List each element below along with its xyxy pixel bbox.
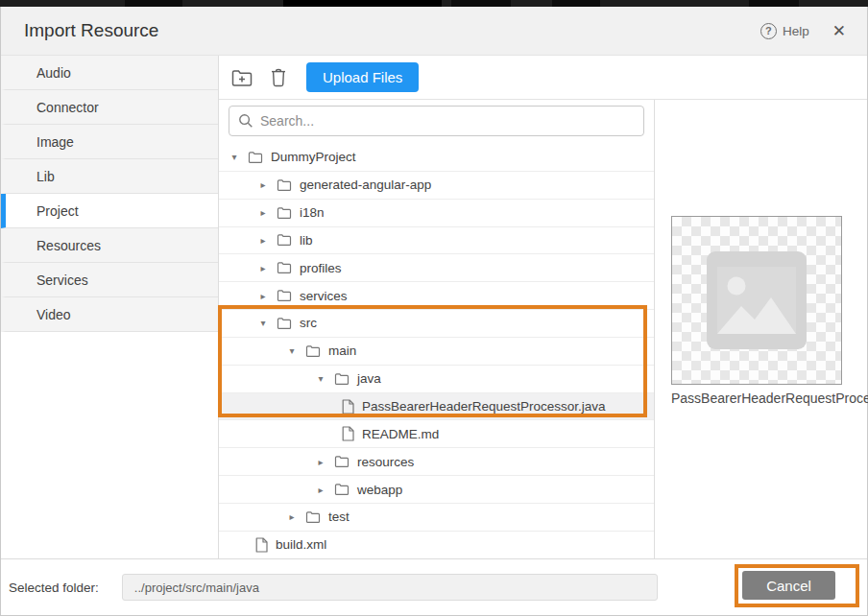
tree-node-label: DummyProject (271, 150, 356, 164)
caret-icon[interactable]: ▸ (313, 485, 328, 495)
help-icon: ? (760, 23, 777, 39)
folder-icon (248, 151, 263, 164)
tree-node-label: lib (300, 233, 313, 248)
help-button[interactable]: ? Help (760, 23, 809, 39)
caret-icon[interactable]: ▸ (255, 179, 271, 190)
help-label: Help (783, 24, 809, 38)
sidebar-item-resources[interactable]: Resources (1, 228, 218, 263)
sidebar-item-label: Services (36, 272, 88, 288)
sidebar-item-services[interactable]: Services (1, 263, 218, 297)
tree-node[interactable]: PassBearerHeaderRequestProcessor.java (219, 393, 654, 421)
tree-node[interactable]: ▸ webapp (219, 476, 654, 504)
folder-icon (334, 455, 350, 468)
sidebar-item-project[interactable]: Project (1, 194, 218, 228)
search-input[interactable] (229, 106, 644, 136)
caret-icon[interactable]: ▾ (227, 152, 242, 162)
tree-node[interactable]: ▸ test (219, 504, 654, 532)
sidebar-item-lib[interactable]: Lib (1, 159, 218, 194)
sidebar-item-image[interactable]: Image (1, 125, 218, 159)
tree-node-label: src (300, 316, 317, 330)
selected-folder-input[interactable] (122, 574, 658, 601)
sidebar-item-label: Audio (36, 65, 71, 81)
tree-node[interactable]: ▸ lib (219, 227, 654, 255)
dialog-header: Import Resource ? Help ✕ (1, 7, 867, 56)
folder-icon (277, 317, 292, 330)
close-icon[interactable]: ✕ (831, 21, 848, 41)
selected-folder-label: Selected folder: (9, 580, 99, 595)
sidebar-item-label: Connector (36, 100, 99, 115)
caret-icon[interactable]: ▸ (313, 457, 328, 467)
tree-node[interactable]: ▸ resources (219, 448, 654, 476)
file-tree: ▾ DummyProject ▸ generated-angular-app ▸… (219, 144, 654, 558)
caret-icon[interactable]: ▸ (255, 291, 271, 301)
background-app-strip (0, 0, 868, 7)
content-lower: ▾ DummyProject ▸ generated-angular-app ▸… (219, 100, 867, 558)
file-icon (342, 426, 354, 441)
caret-icon[interactable]: ▾ (313, 373, 328, 384)
file-icon (342, 399, 354, 415)
caret-icon[interactable]: ▾ (255, 318, 271, 328)
delete-button[interactable] (268, 66, 289, 89)
folder-icon (277, 178, 292, 192)
preview-image-box (671, 216, 842, 385)
dialog-footer: Selected folder: (1, 558, 867, 615)
tree-column: ▾ DummyProject ▸ generated-angular-app ▸… (219, 100, 654, 558)
tree-node-label: services (300, 289, 348, 303)
file-icon (255, 537, 268, 553)
import-resource-dialog-page: Import Resource ? Help ✕ Audio Connector… (0, 0, 868, 616)
tree-node-label: build.xml (276, 537, 326, 552)
tree-node[interactable]: README.md (219, 420, 654, 448)
image-placeholder-icon (707, 251, 807, 349)
tree-node[interactable]: ▾ DummyProject (219, 144, 654, 172)
tree-node[interactable]: ▾ src (219, 310, 654, 338)
dialog-title: Import Resource (24, 20, 158, 41)
sidebar-item-label: Video (36, 307, 71, 322)
upload-files-button[interactable]: Upload Files (306, 62, 419, 92)
tree-node-label: generated-angular-app (300, 178, 431, 192)
tree-node-label: webapp (357, 483, 402, 497)
folder-icon (305, 344, 321, 358)
tree-node-label: i18n (300, 205, 325, 220)
caret-icon[interactable]: ▸ (255, 207, 271, 218)
content-area: Upload Files (219, 56, 867, 558)
sidebar-item-video[interactable]: Video (1, 297, 218, 332)
tree-node-label: java (357, 371, 381, 386)
tree-node[interactable]: ▸ i18n (219, 200, 654, 227)
caret-icon[interactable]: ▸ (284, 511, 300, 522)
caret-icon[interactable]: ▸ (255, 235, 271, 246)
folder-icon (277, 289, 292, 302)
folder-icon (277, 261, 292, 274)
tree-node-label: profiles (300, 261, 342, 275)
new-folder-button[interactable] (229, 66, 255, 89)
tree-node-label: main (328, 344, 356, 358)
caret-icon[interactable]: ▸ (255, 263, 271, 273)
tree-node[interactable]: build.xml (219, 532, 654, 558)
tree-node[interactable]: ▾ java (219, 366, 654, 393)
new-folder-icon (230, 68, 253, 87)
toolbar: Upload Files (219, 56, 867, 100)
trash-icon (270, 68, 287, 87)
tree-node-label: PassBearerHeaderRequestProcessor.java (362, 399, 606, 414)
preview-caption: PassBearerHeaderRequestProcessor.java (671, 391, 868, 406)
folder-icon (334, 372, 350, 386)
folder-icon (277, 206, 292, 220)
tree-node-label: test (328, 509, 350, 524)
import-resource-dialog: Import Resource ? Help ✕ Audio Connector… (0, 7, 868, 616)
sidebar-item-label: Project (36, 203, 79, 219)
sidebar-item-label: Lib (36, 169, 55, 184)
sidebar-item-label: Resources (36, 238, 101, 253)
sidebar: Audio Connector Image Lib Project Resour… (1, 56, 219, 558)
folder-icon (305, 510, 321, 524)
dialog-body: Audio Connector Image Lib Project Resour… (1, 56, 867, 558)
caret-icon[interactable]: ▾ (284, 345, 300, 356)
sidebar-item-label: Image (36, 134, 74, 150)
sidebar-item-audio[interactable]: Audio (1, 56, 218, 90)
sidebar-item-connector[interactable]: Connector (1, 90, 218, 125)
tree-node[interactable]: ▸ generated-angular-app (219, 172, 654, 200)
tree-node[interactable]: ▸ profiles (219, 254, 654, 282)
cancel-button[interactable]: Cancel (742, 571, 835, 600)
tree-node[interactable]: ▾ main (219, 338, 654, 366)
folder-icon (277, 233, 292, 247)
tree-node[interactable]: ▸ services (219, 282, 654, 310)
tree-node-label: README.md (362, 427, 439, 441)
